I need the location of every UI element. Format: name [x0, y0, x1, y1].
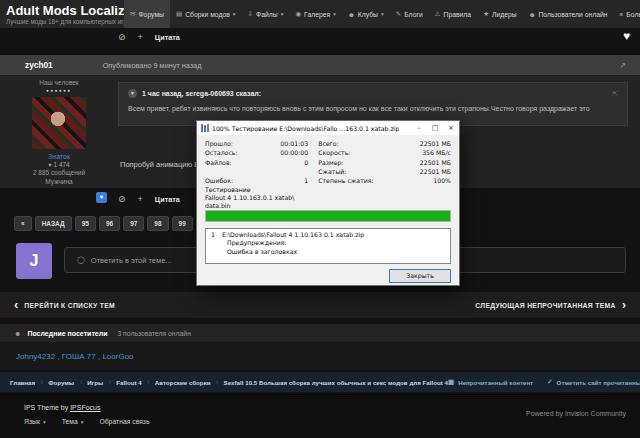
page-button[interactable]: 96 — [99, 216, 120, 231]
current-user-avatar[interactable]: J — [16, 243, 52, 279]
current-file: Fallout 4 1.10.163.0.1 xatab\ data.bin — [205, 194, 294, 209]
stat-value: 0 — [304, 159, 308, 168]
nav-item-blogs[interactable]: ✎ Блоги — [390, 0, 429, 28]
contact-link[interactable]: Обратная связь — [99, 418, 149, 425]
nav-label: Файлы — [256, 11, 278, 18]
theme-credit-prefix: IPS Theme by — [24, 404, 70, 411]
result-warning-title: Предупреждения: — [206, 239, 450, 247]
nav-item-forums[interactable]: ✉ Форумы — [124, 0, 170, 28]
visitor-link[interactable]: LoorGoo — [102, 352, 133, 361]
heart-reaction-icon[interactable]: ♥ — [623, 29, 630, 43]
nav-item-leaders[interactable]: ★ Лидеры — [477, 0, 523, 28]
nav-item-more[interactable]: ≡ Больше ▾ — [614, 0, 640, 28]
visitor-link[interactable]: ГОША 77 — [62, 352, 96, 361]
breadcrumb-item-home[interactable]: Главная — [10, 379, 35, 386]
back-to-list-label: ПЕРЕЙТИ К СПИСКУ ТЕМ — [24, 302, 115, 309]
next-unread-topic-link[interactable]: СЛЕДУЮЩАЯ НЕПРОЧИТАННАЯ ТЕМА › — [475, 300, 626, 310]
current-file-line2: data.bin — [205, 202, 294, 210]
progress-bar — [205, 210, 451, 222]
breadcrumb-item-forums[interactable]: Форумы — [48, 379, 74, 386]
breadcrumb-item-topic[interactable]: Sexfall 10.5 Большая сборка лучших обычн… — [224, 379, 448, 386]
quote-header: ▾ 1 час назад, serega-060693 сказал: ⇱ — [128, 89, 618, 98]
check-icon: ✓ — [547, 378, 552, 386]
reaction-badge[interactable]: ♥ — [96, 192, 107, 203]
quote-button[interactable]: Цитата — [155, 33, 180, 42]
stat-value: 22501 МБ — [420, 159, 451, 168]
collapse-circle-icon[interactable]: ▾ — [128, 89, 137, 98]
unread-content-label: Непрочитанный контент — [458, 379, 533, 386]
block-icon[interactable]: ⊘ — [118, 32, 126, 42]
expand-icon[interactable]: ⇱ — [612, 90, 618, 98]
clubs-icon: ☻ — [348, 11, 355, 18]
theme-selector[interactable]: Тема▾ — [62, 418, 84, 425]
plus-icon[interactable]: + — [138, 194, 143, 204]
nav-item-users-online[interactable]: ☻ Пользователи онлайн — [523, 0, 614, 28]
close-button[interactable]: Закрыть — [389, 269, 451, 283]
nav-label: Правила — [444, 11, 472, 18]
next-unread-label: СЛЕДУЮЩАЯ НЕПРОЧИТАННАЯ ТЕМА — [475, 302, 615, 309]
theme-label: Тема — [62, 418, 78, 425]
nav-label: Сборки модов — [185, 11, 230, 18]
author-avatar[interactable] — [32, 97, 86, 149]
page-first-button[interactable]: « — [14, 216, 32, 231]
visitor-list: Johny4232 , ГОША 77 , LoorGoo — [16, 352, 134, 361]
stat-label: Сжатый: — [318, 168, 346, 177]
site-title: Adult Mods Localized — [6, 4, 124, 18]
nav-label: Лидеры — [492, 11, 517, 18]
stats-left-column: Прошло:00:01:03 Осталось:00:00:00 Файлов… — [205, 140, 318, 186]
mod-packs-icon: ▤ — [176, 10, 182, 18]
post-toolbar-top: ⊘ + Цитата — [118, 32, 180, 42]
nav-item-gallery[interactable]: ◉ Галерея ▾ — [289, 0, 342, 28]
stat-value: 22501 МБ — [420, 140, 451, 149]
forums-icon: ✉ — [130, 10, 135, 18]
breadcrumb-item-fallout4[interactable]: Fallout 4 — [116, 379, 141, 386]
mark-site-read-link[interactable]: ✓ Отметить сайт прочитанным — [547, 378, 640, 386]
close-x-button[interactable]: × — [443, 121, 459, 135]
unread-content-link[interactable]: ▣ Непрочитанный контент — [448, 378, 533, 386]
chevron-separator-icon: › — [147, 378, 150, 387]
share-icon[interactable]: ↗ — [619, 61, 626, 70]
author-posts-count: 2 885 сообщений — [0, 168, 118, 177]
page-button[interactable]: 97 — [123, 216, 144, 231]
nav-item-rules[interactable]: ⚠ Правила — [429, 0, 477, 28]
breadcrumb: Главная › Форумы › Игры › Fallout 4 › Ав… — [0, 372, 640, 392]
results-listbox[interactable]: 1 E:\Downloads\Fallout 4 1.10.163.0.1 xa… — [205, 228, 451, 264]
result-warning-text: Ошибка в заголовках — [206, 248, 450, 256]
window-buttons: – □ × — [411, 121, 459, 135]
author-badge[interactable]: Знаток — [0, 153, 118, 160]
ipsfocus-link[interactable]: IPSFocus — [70, 404, 100, 411]
plus-icon[interactable]: + — [138, 32, 143, 42]
quote-button[interactable]: Цитата — [155, 195, 180, 204]
page-button[interactable]: 99 — [172, 216, 193, 231]
site-footer: IPS Theme by IPSFocus Язык▾ Тема▾ Обратн… — [0, 394, 640, 438]
contact-label: Обратная связь — [99, 418, 149, 425]
chevron-separator-icon: › — [216, 378, 219, 387]
post-author-link[interactable]: zych01 — [25, 60, 53, 70]
nav-item-clubs[interactable]: ☻ Клубы ▾ — [342, 0, 390, 28]
leaders-icon: ★ — [483, 10, 489, 18]
quote-attribution[interactable]: 1 час назад, serega-060693 сказал: — [142, 90, 261, 97]
dialog-title-bar[interactable]: 100% Тестирование E:\Downloads\Fallo ...… — [197, 121, 459, 135]
breadcrumb-item-games[interactable]: Игры — [87, 379, 103, 386]
breadcrumb-item-author-packs[interactable]: Авторские сборки — [155, 379, 211, 386]
page-button[interactable]: 98 — [147, 216, 168, 231]
files-icon: ⇩ — [248, 10, 253, 18]
reputation-count: 1 474 — [53, 161, 69, 168]
page-back-button[interactable]: НАЗАД — [35, 216, 72, 231]
nav-item-mod-packs[interactable]: ▤ Сборки модов ▾ — [170, 0, 242, 28]
winrar-icon — [201, 124, 209, 132]
page-button[interactable]: 95 — [75, 216, 96, 231]
post-published: Опубликовано 9 минут назад — [103, 61, 202, 70]
back-to-topic-list-link[interactable]: ‹ ПЕРЕЙТИ К СПИСКУ ТЕМ — [14, 300, 115, 310]
maximize-button[interactable]: □ — [427, 121, 443, 135]
visitor-link[interactable]: Johny4232 — [16, 352, 55, 361]
block-icon[interactable]: ⊘ — [118, 194, 126, 204]
result-row: 1 E:\Downloads\Fallout 4 1.10.163.0.1 xa… — [206, 231, 450, 239]
nav-item-files[interactable]: ⇩ Файлы ▾ — [242, 0, 290, 28]
folder-icon: ▣ — [448, 378, 454, 386]
site-logo[interactable]: Adult Mods Localized Лучшие моды 18+ для… — [6, 4, 124, 25]
language-selector[interactable]: Язык▾ — [24, 418, 46, 425]
minimize-button[interactable]: – — [411, 121, 427, 135]
recent-visitors-header: ☻ Последние посетители 3 пользователя он… — [0, 324, 640, 342]
site-subtitle: Лучшие моды 18+ для компьютерных игр — [6, 18, 124, 25]
